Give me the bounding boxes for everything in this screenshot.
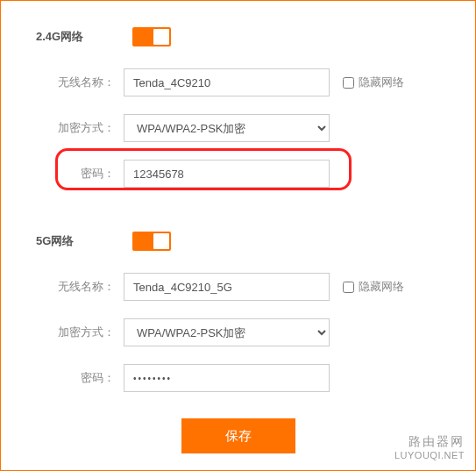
select-5g-encryption[interactable]: WPA/WPA2-PSK加密 <box>124 318 330 346</box>
row-5g-password: 密码： <box>36 364 440 392</box>
row-5g-ssid: 无线名称： 隐藏网络 <box>36 273 440 301</box>
label-5g-encryption: 加密方式： <box>36 325 124 340</box>
section-title-5g: 5G网络 <box>36 233 124 249</box>
watermark-line2: LUYOUQI.NET <box>394 449 465 461</box>
section-header-5g: 5G网络 <box>36 232 440 251</box>
row-24g-encryption: 加密方式： WPA/WPA2-PSK加密 <box>36 114 440 142</box>
section-header-24g: 2.4G网络 <box>36 27 440 46</box>
section-title-24g: 2.4G网络 <box>36 29 124 45</box>
row-24g-password: 密码： <box>36 160 440 188</box>
watermark-line1: 路由器网 <box>394 433 465 449</box>
checkbox-hide-24g[interactable] <box>343 77 354 89</box>
row-5g-encryption: 加密方式： WPA/WPA2-PSK加密 <box>36 318 440 346</box>
toggle-5g[interactable] <box>132 232 171 251</box>
save-button[interactable]: 保存 <box>181 418 295 453</box>
settings-panel: 2.4G网络 无线名称： 隐藏网络 加密方式： WPA/WPA2-PSK加密 密… <box>0 0 476 471</box>
toggle-24g[interactable] <box>132 27 171 46</box>
input-5g-ssid[interactable] <box>124 273 330 301</box>
label-24g-password: 密码： <box>36 166 124 182</box>
label-24g-encryption: 加密方式： <box>36 120 124 136</box>
hide-network-24g: 隐藏网络 <box>343 75 404 90</box>
label-5g-ssid: 无线名称： <box>36 279 124 295</box>
input-24g-ssid[interactable] <box>124 68 330 96</box>
label-5g-password: 密码： <box>36 370 124 386</box>
label-hide-5g: 隐藏网络 <box>359 279 404 295</box>
label-24g-ssid: 无线名称： <box>36 75 124 90</box>
hide-network-5g: 隐藏网络 <box>343 279 404 295</box>
input-5g-password[interactable] <box>124 364 330 392</box>
label-hide-24g: 隐藏网络 <box>359 75 404 90</box>
select-24g-encryption[interactable]: WPA/WPA2-PSK加密 <box>124 114 330 142</box>
checkbox-hide-5g[interactable] <box>343 282 354 293</box>
input-24g-password[interactable] <box>124 160 330 188</box>
watermark: 路由器网 LUYOUQI.NET <box>394 433 465 461</box>
row-24g-ssid: 无线名称： 隐藏网络 <box>36 68 440 96</box>
